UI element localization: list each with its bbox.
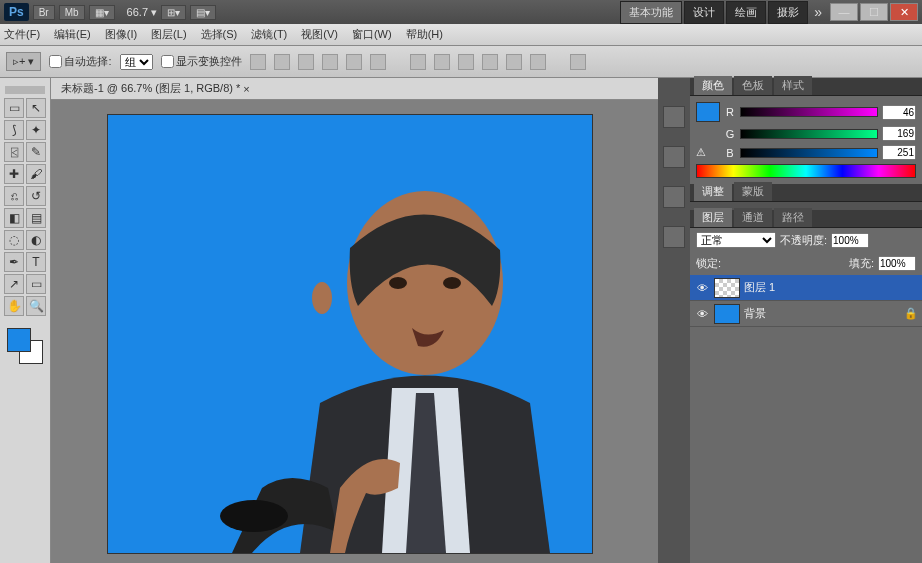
history-brush-tool[interactable]: ↺ [26, 186, 46, 206]
clone-panel-icon[interactable] [663, 226, 685, 248]
align-icon[interactable] [322, 54, 338, 70]
dodge-tool[interactable]: ◐ [26, 230, 46, 250]
align-icon[interactable] [298, 54, 314, 70]
brush-panel-icon[interactable] [663, 186, 685, 208]
b-input[interactable] [882, 145, 916, 160]
stamp-tool[interactable]: ⎌ [4, 186, 24, 206]
distribute-icon[interactable] [458, 54, 474, 70]
color-preview[interactable] [696, 102, 720, 122]
layer-row[interactable]: 👁 图层 1 [690, 275, 922, 301]
workspace-more-icon[interactable]: » [814, 4, 822, 20]
brush-tool[interactable]: 🖌 [26, 164, 46, 184]
foreground-color[interactable] [7, 328, 31, 352]
workspace-essentials[interactable]: 基本功能 [620, 1, 682, 24]
g-slider[interactable] [740, 129, 878, 139]
visibility-icon[interactable]: 👁 [694, 280, 710, 296]
menu-image[interactable]: 图像(I) [105, 27, 137, 42]
align-icon[interactable] [346, 54, 362, 70]
zoom-value[interactable]: 66.7 ▾ [127, 6, 157, 19]
visibility-icon[interactable]: 👁 [694, 306, 710, 322]
distribute-icon[interactable] [410, 54, 426, 70]
opacity-input[interactable] [831, 233, 869, 248]
blend-mode-select[interactable]: 正常 [696, 232, 776, 248]
menu-edit[interactable]: 编辑(E) [54, 27, 91, 42]
minimize-button[interactable]: — [830, 3, 858, 21]
eraser-tool[interactable]: ◧ [4, 208, 24, 228]
auto-align-icon[interactable] [570, 54, 586, 70]
lasso-tool[interactable]: ⟆ [4, 120, 24, 140]
mb-button[interactable]: Mb [59, 5, 85, 20]
align-icon[interactable] [370, 54, 386, 70]
menu-window[interactable]: 窗口(W) [352, 27, 392, 42]
tab-paths[interactable]: 路径 [774, 208, 812, 227]
b-slider[interactable] [740, 148, 878, 158]
menu-layer[interactable]: 图层(L) [151, 27, 186, 42]
bridge-button[interactable]: Br [33, 5, 55, 20]
menu-filter[interactable]: 滤镜(T) [251, 27, 287, 42]
screen-mode-button[interactable]: ▦▾ [89, 5, 115, 20]
actions-panel-icon[interactable] [663, 146, 685, 168]
pen-tool[interactable]: ✒ [4, 252, 24, 272]
eyedropper-tool[interactable]: ✎ [26, 142, 46, 162]
distribute-icon[interactable] [530, 54, 546, 70]
layer-thumbnail[interactable] [714, 304, 740, 324]
distribute-icon[interactable] [434, 54, 450, 70]
layer-row[interactable]: 👁 背景 🔒 [690, 301, 922, 327]
align-icon[interactable] [250, 54, 266, 70]
wand-tool[interactable]: ✦ [26, 120, 46, 140]
shape-tool[interactable]: ▭ [26, 274, 46, 294]
zoom-tool[interactable]: 🔍 [26, 296, 46, 316]
toolbox: ▭↖ ⟆✦ ⍃✎ ✚🖌 ⎌↺ ◧▤ ◌◐ ✒T ↗▭ ✋🔍 [0, 78, 51, 563]
move-tool-icon[interactable]: ▹+ ▾ [6, 52, 41, 71]
menu-help[interactable]: 帮助(H) [406, 27, 443, 42]
workspace-painting[interactable]: 绘画 [726, 1, 766, 24]
heal-tool[interactable]: ✚ [4, 164, 24, 184]
auto-select-checkbox[interactable]: 自动选择: [49, 54, 111, 69]
workspace-design[interactable]: 设计 [684, 1, 724, 24]
menu-file[interactable]: 文件(F) [4, 27, 40, 42]
tab-adjustments[interactable]: 调整 [694, 182, 732, 201]
menu-select[interactable]: 选择(S) [201, 27, 238, 42]
menu-view[interactable]: 视图(V) [301, 27, 338, 42]
maximize-button[interactable]: ☐ [860, 3, 888, 21]
canvas[interactable] [107, 114, 593, 554]
distribute-icon[interactable] [482, 54, 498, 70]
distribute-icon[interactable] [506, 54, 522, 70]
history-panel-icon[interactable] [663, 106, 685, 128]
layer-name[interactable]: 图层 1 [744, 280, 775, 295]
spectrum-bar[interactable] [696, 164, 916, 178]
hand-tool[interactable]: ✋ [4, 296, 24, 316]
type-tool[interactable]: T [26, 252, 46, 272]
tab-color[interactable]: 颜色 [694, 76, 732, 95]
fill-input[interactable] [878, 256, 916, 271]
path-tool[interactable]: ↗ [4, 274, 24, 294]
tab-channels[interactable]: 通道 [734, 208, 772, 227]
arrange-button[interactable]: ▤▾ [190, 5, 216, 20]
align-icon[interactable] [274, 54, 290, 70]
document-tab[interactable]: 未标题-1 @ 66.7% (图层 1, RGB/8) * × [51, 78, 658, 100]
opacity-label: 不透明度: [780, 233, 827, 248]
transform-controls-checkbox[interactable]: 显示变换控件 [161, 54, 242, 69]
layer-name[interactable]: 背景 [744, 306, 766, 321]
panel-grip[interactable] [5, 86, 45, 94]
workspace-photography[interactable]: 摄影 [768, 1, 808, 24]
view-extras-button[interactable]: ⊞▾ [161, 5, 186, 20]
move-tool[interactable]: ↖ [26, 98, 46, 118]
r-input[interactable] [882, 105, 916, 120]
r-slider[interactable] [740, 107, 878, 117]
close-button[interactable]: ✕ [890, 3, 918, 21]
layer-thumbnail[interactable] [714, 278, 740, 298]
crop-tool[interactable]: ⍃ [4, 142, 24, 162]
tab-styles[interactable]: 样式 [774, 76, 812, 95]
auto-select-type[interactable]: 组 [120, 54, 153, 70]
tab-masks[interactable]: 蒙版 [734, 182, 772, 201]
layers-panel: 正常 不透明度: 锁定: 填充: 👁 图层 1 [690, 228, 922, 563]
marquee-tool[interactable]: ▭ [4, 98, 24, 118]
g-input[interactable] [882, 126, 916, 141]
color-swatch[interactable] [7, 328, 43, 364]
tab-layers[interactable]: 图层 [694, 208, 732, 227]
gradient-tool[interactable]: ▤ [26, 208, 46, 228]
menubar: 文件(F) 编辑(E) 图像(I) 图层(L) 选择(S) 滤镜(T) 视图(V… [0, 24, 922, 46]
tab-swatches[interactable]: 色板 [734, 76, 772, 95]
blur-tool[interactable]: ◌ [4, 230, 24, 250]
